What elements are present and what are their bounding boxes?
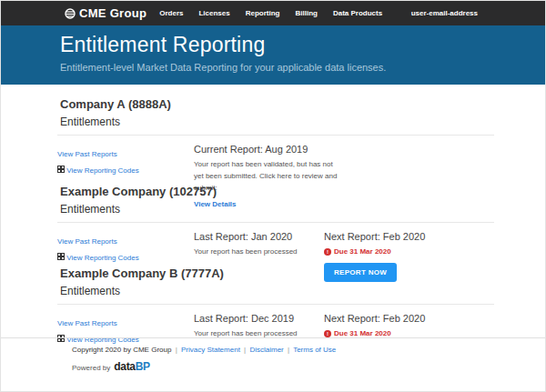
reporting-codes-icon [57,253,65,260]
report-status-message: Your report has been processed [194,246,338,258]
footer-separator: | [288,346,289,354]
databp-logo[interactable]: dataBP [114,360,150,373]
nav-item-billing[interactable]: Billing [295,9,317,17]
entitlements-label: Entitlements [57,203,494,223]
copyright-line: Copyright 2020 by CME Group | Privacy St… [72,346,546,354]
powered-by-label: Powered by [72,364,110,372]
alert-icon: ! [324,248,331,256]
view-past-reports-link[interactable]: View Past Reports [57,237,117,246]
view-reporting-codes-label: View Reporting Codes [66,166,138,175]
company-heading: Example Company B (7777A) [57,266,494,280]
next-report-title: Next Report: Feb 2020 [324,231,494,242]
nav-item-reporting[interactable]: Reporting [246,9,280,17]
globe-icon [65,8,76,19]
view-past-reports-link[interactable]: View Past Reports [57,319,117,327]
copyright-text: Copyright 2020 by CME Group [72,346,171,354]
entitlements-label: Entitlements [57,116,494,136]
company-section-example-b: Example Company B (7777A) Entitlements V… [57,266,494,344]
logo-text: CME Group [79,6,147,20]
view-reporting-codes-link[interactable]: View Reporting Codes [57,253,194,262]
page-subtitle: Entitlement-level Market Data Reporting … [60,62,545,73]
company-heading: Company A (8888A) [57,97,494,111]
nav-item-data-products[interactable]: Data Products [333,9,382,17]
databp-logo-bp: BP [136,360,150,373]
page-title: Entitlement Reporting [60,33,545,57]
view-past-reports-link[interactable]: View Past Reports [57,150,117,158]
disclaimer-link[interactable]: Disclaimer [249,346,283,354]
main-nav: Orders Licenses Reporting Billing Data P… [159,9,382,17]
top-navbar: CME Group Orders Licenses Reporting Bill… [1,1,545,25]
entitlement-reporting-page: CME Group Orders Licenses Reporting Bill… [0,0,546,392]
due-date: ! Due 31 Mar 2020 [324,247,494,256]
reporting-codes-icon [57,166,65,173]
cme-group-logo[interactable]: CME Group [65,6,147,20]
entitlements-label: Entitlements [57,285,494,305]
privacy-statement-link[interactable]: Privacy Statement [181,346,240,354]
page-footer: Copyright 2020 by CME Group | Privacy St… [1,337,546,373]
view-reporting-codes-link[interactable]: View Reporting Codes [57,166,194,175]
view-reporting-codes-label: View Reporting Codes [66,254,138,262]
current-report-title: Current Report: Aug 2019 [194,144,324,155]
nav-item-licenses[interactable]: Licenses [198,9,229,17]
footer-separator: | [244,346,246,354]
due-date-label: Due 31 Mar 2020 [334,329,391,337]
footer-separator: | [176,346,177,354]
due-date-label: Due 31 Mar 2020 [334,247,391,256]
terms-of-use-link[interactable]: Terms of Use [293,346,336,354]
powered-by-line: Powered by dataBP [72,360,546,373]
next-report-title: Next Report: Feb 2020 [324,313,494,324]
last-report-title: Last Report: Dec 2019 [194,313,324,324]
user-email-menu[interactable]: user-email-address [411,9,478,17]
hero-banner: Entitlement Reporting Entitlement-level … [1,25,545,85]
alert-icon: ! [324,330,331,337]
nav-item-orders[interactable]: Orders [159,9,183,17]
due-date: ! Due 31 Mar 2020 [324,329,494,337]
company-heading: Example Company (102757) [57,185,494,198]
last-report-title: Last Report: Jan 2020 [194,231,324,242]
databp-logo-data: data [114,360,135,373]
